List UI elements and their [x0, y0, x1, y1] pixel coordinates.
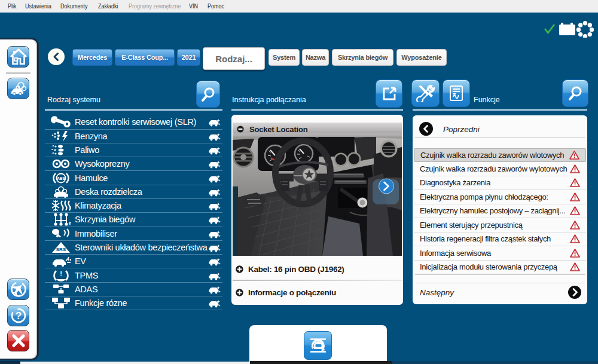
svg-text:!: !: [60, 270, 62, 277]
svg-text:SRS: SRS: [56, 247, 66, 252]
svg-text:R: R: [69, 222, 71, 226]
svg-text:ABS: ABS: [57, 176, 65, 181]
svg-text:?: ?: [15, 310, 21, 322]
